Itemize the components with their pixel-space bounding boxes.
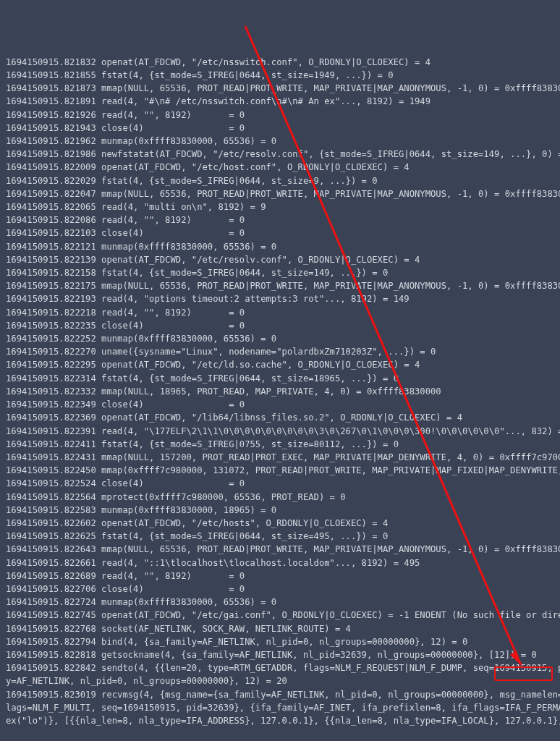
- log-line: 1694150915.822252 munmap(0xffff83830000,…: [6, 332, 554, 345]
- log-line: 1694150915.822524 close(4) = 0: [6, 477, 554, 490]
- log-line: 1694150915.822602 openat(AT_FDCWD, "/etc…: [6, 517, 554, 530]
- log-line: 1694150915.822431 mmap(NULL, 157200, PRO…: [6, 451, 554, 464]
- strace-log: 1694150915.821832 openat(AT_FDCWD, "/etc…: [6, 56, 554, 727]
- log-line: 1694150915.821943 close(4) = 0: [6, 122, 554, 135]
- log-line: lags=NLM_F_MULTI, seq=1694150915, pid=32…: [6, 701, 554, 714]
- log-line: 1694150915.821832 openat(AT_FDCWD, "/etc…: [6, 56, 554, 69]
- log-line: 1694150915.822842 sendto(4, {{len=20, ty…: [6, 661, 554, 674]
- log-line: 1694150915.822158 fstat(4, {st_mode=S_IF…: [6, 266, 554, 279]
- log-line: 1694150915.822065 read(4, "multi on\n", …: [6, 200, 554, 213]
- log-line: 1694150915.821986 newfstatat(AT_FDCWD, "…: [6, 148, 554, 161]
- log-line: 1694150915.821962 munmap(0xffff83830000,…: [6, 135, 554, 148]
- log-line: 1694150915.822689 read(4, "", 8192) = 0: [6, 569, 554, 583]
- log-line: 1694150915.822564 mprotect(0xffff7c98000…: [6, 491, 554, 504]
- log-line: 1694150915.822029 fstat(4, {st_mode=S_IF…: [6, 174, 554, 187]
- log-line: 1694150915.822009 openat(AT_FDCWD, "/etc…: [6, 161, 554, 174]
- log-line: ex("lo")}, [{{nla_len=8, nla_type=IFA_AD…: [6, 714, 554, 727]
- log-line: 1694150915.822818 getsockname(4, {sa_fam…: [6, 648, 554, 661]
- log-line: 1694150915.821855 fstat(4, {st_mode=S_IF…: [6, 69, 554, 82]
- log-line: 1694150915.822661 read(4, "::1\tlocalhos…: [6, 556, 554, 569]
- log-line: 1694150915.822724 munmap(0xffff83830000,…: [6, 596, 554, 609]
- log-line: 1694150915.822450 mmap(0xffff7c980000, 1…: [6, 464, 554, 477]
- log-line: 1694150915.822643 mmap(NULL, 65536, PROT…: [6, 543, 554, 556]
- log-line: 1694150915.822121 munmap(0xffff83830000,…: [6, 240, 554, 253]
- log-line: 1694150915.822349 close(4) = 0: [6, 398, 554, 411]
- log-line: 1694150915.821891 read(4, "#\n# /etc/nss…: [6, 95, 554, 108]
- log-line: 1694150915.821926 read(4, "", 8192) = 0: [6, 109, 554, 122]
- log-line: 1694150915.822768 socket(AF_NETLINK, SOC…: [6, 622, 554, 635]
- log-line: 1694150915.822235 close(4) = 0: [6, 319, 554, 332]
- log-line: 1694150915.822103 close(4) = 0: [6, 226, 554, 240]
- log-line: 1694150915.822193 read(4, "options timeo…: [6, 292, 554, 305]
- log-line: 1694150915.822139 openat(AT_FDCWD, "/etc…: [6, 253, 554, 266]
- ip-highlight-box: [494, 666, 553, 681]
- log-line: 1694150915.822411 fstat(4, {st_mode=S_IF…: [6, 438, 554, 451]
- log-line: 1694150915.822086 read(4, "", 8192) = 0: [6, 213, 554, 226]
- log-line: y=AF_NETLINK, nl_pid=0, nl_groups=000000…: [6, 674, 554, 687]
- log-line: 1694150915.822583 munmap(0xffff83830000,…: [6, 504, 554, 517]
- log-line: 1694150915.822391 read(4, "\177ELF\2\1\1…: [6, 425, 554, 438]
- log-line: 1694150915.822706 close(4) = 0: [6, 583, 554, 596]
- log-line: 1694150915.822175 mmap(NULL, 65536, PROT…: [6, 279, 554, 292]
- log-line: 1694150915.822625 fstat(4, {st_mode=S_IF…: [6, 530, 554, 543]
- log-line: 1694150915.822794 bind(4, {sa_family=AF_…: [6, 635, 554, 648]
- log-line: 1694150915.822295 openat(AT_FDCWD, "/etc…: [6, 358, 554, 371]
- log-line: 1694150915.822369 openat(AT_FDCWD, "/lib…: [6, 411, 554, 424]
- log-line: 1694150915.822745 openat(AT_FDCWD, "/etc…: [6, 609, 554, 622]
- log-line: 1694150915.823019 recvmsg(4, {msg_name={…: [6, 688, 554, 701]
- log-line: 1694150915.822270 uname({sysname="Linux"…: [6, 345, 554, 358]
- log-line: 1694150915.822332 mmap(NULL, 18965, PROT…: [6, 385, 554, 398]
- log-line: 1694150915.822047 mmap(NULL, 65536, PROT…: [6, 187, 554, 200]
- log-line: 1694150915.822314 fstat(4, {st_mode=S_IF…: [6, 372, 554, 385]
- log-line: 1694150915.822218 read(4, "", 8192) = 0: [6, 306, 554, 319]
- log-line: 1694150915.821873 mmap(NULL, 65536, PROT…: [6, 82, 554, 95]
